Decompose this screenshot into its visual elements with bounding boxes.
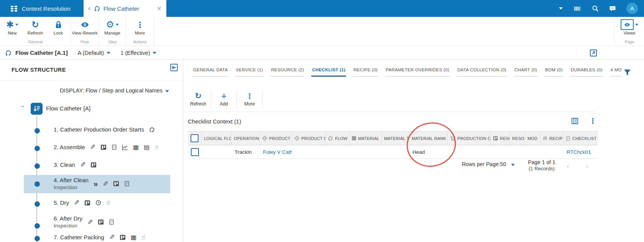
previous-page-icon[interactable]: ‹ [567, 161, 569, 170]
revision-selector[interactable]: 1 (Effective) [120, 50, 150, 56]
tab-service[interactable]: SERVICE (1) [235, 62, 264, 77]
collapse-panel-icon[interactable] [170, 64, 178, 71]
col-model[interactable]: MOD [525, 132, 540, 145]
views-button[interactable]: Views [616, 17, 643, 36]
tab-checklist[interactable]: CHECKLIST (1) [311, 62, 346, 77]
resource-icon[interactable] [120, 234, 126, 240]
rows-per-page-selector[interactable]: Rows per Page:50 [462, 161, 515, 167]
edit-pencil-icon[interactable]: ✎ [103, 181, 108, 187]
display-mode-selector[interactable]: DISPLAY: Flow / Step and Logical Names [0, 87, 169, 94]
version-caret-icon[interactable] [107, 52, 110, 54]
topbar-dropdown-caret[interactable] [559, 7, 563, 10]
grid-add-button[interactable]: + Add [214, 91, 234, 107]
step-node-dot [34, 236, 40, 241]
col-resource[interactable]: RESO [491, 132, 510, 145]
apps-grid-icon[interactable] [11, 5, 17, 12]
breadcrumb: Flow Catheter [A.1] A (Default) 1 (Effec… [0, 46, 644, 60]
edit-pencil-icon[interactable]: ✎ [80, 161, 85, 168]
tab-resource[interactable]: RESOURCE (2) [270, 62, 305, 77]
flow-step-3[interactable]: 3. Clean ✎ [54, 161, 97, 168]
flow-step-1[interactable]: 1. Catheter Production Order Starts [54, 126, 155, 133]
edit-pencil-icon[interactable]: ✎ [74, 199, 79, 206]
tab-parameter-overrides[interactable]: PARAMETER OVERRIDES (0) [385, 62, 450, 77]
col-material-rank[interactable]: MATERIAL RANK [409, 132, 448, 145]
version-selector[interactable]: A (Default) [78, 50, 104, 56]
checklist-icon[interactable] [112, 144, 117, 150]
tab-general-data[interactable]: GENERAL DATA [192, 62, 228, 77]
flow-step-5[interactable]: 5. Dry ✎ ☝ [54, 199, 110, 206]
table-row[interactable]: TrackIn Foley V Cathe Head RTChck01 [188, 145, 598, 159]
col-recipe[interactable]: RECIP [540, 132, 564, 145]
grid-more-button[interactable]: ⋮ More [239, 91, 260, 107]
cell-checklist-link[interactable]: RTChck01 [567, 149, 591, 155]
flow-step-4-selected[interactable]: 4. After Clean Inspection » ✎ [54, 176, 130, 191]
col-product-group[interactable]: PRODUCT GRO [292, 132, 326, 145]
rework-icon[interactable] [149, 127, 155, 133]
view-rework-button[interactable]: View Rework [72, 17, 98, 36]
checklist-icon[interactable] [109, 219, 114, 225]
touch-icon[interactable]: ☝ [141, 234, 145, 240]
edit-pencil-icon[interactable]: ✎ [90, 144, 95, 150]
flow-step-6[interactable]: 6. After Dry Inspection ✎ [54, 215, 114, 229]
edit-pencil-icon[interactable]: ✎ [87, 219, 93, 226]
col-product[interactable]: PRODUCT [260, 132, 292, 145]
search-icon[interactable] [592, 5, 599, 12]
col-material-type[interactable]: MATERIAL TYP [382, 132, 409, 145]
refresh-button[interactable]: ↻ Refresh [24, 17, 47, 36]
revision-caret-icon[interactable] [153, 52, 156, 54]
tab-bom[interactable]: BOM (0) [544, 62, 564, 77]
user-avatar[interactable]: A [626, 3, 638, 14]
document-tab-flow-catheter[interactable]: ‹ Flow Catheter ✕ [84, 0, 166, 17]
col-logical-flow[interactable]: LOGICAL FLOW [202, 132, 232, 145]
tab-data-collection[interactable]: DATA COLLECTION (0) [457, 62, 507, 77]
resource-icon[interactable] [100, 144, 107, 150]
flow-root-label[interactable]: Flow Catheter [A] [46, 105, 90, 112]
col-material[interactable]: MATERIAL [350, 132, 382, 145]
table-grid-icon[interactable]: ▦ [131, 234, 136, 240]
col-operation[interactable]: OPERATION [232, 132, 260, 145]
touch-icon[interactable]: ☝ [154, 144, 158, 150]
touch-icon[interactable]: ☝ [106, 200, 110, 206]
col-production-order[interactable]: PRODUCTION ORD [448, 132, 491, 145]
document-icon[interactable]: ▤ [144, 144, 150, 150]
barcode-scan-icon[interactable] [573, 5, 582, 12]
data-collection-chart-icon[interactable] [122, 144, 128, 150]
next-page-icon[interactable]: › [586, 161, 588, 170]
column-options-icon[interactable] [571, 117, 578, 125]
tree-collapse-chevron-icon[interactable]: ˇ [21, 105, 24, 112]
col-flow[interactable]: FLOW [326, 132, 350, 145]
edit-pencil-icon[interactable]: ✎ [109, 234, 115, 240]
filter-funnel-icon[interactable] [624, 69, 631, 76]
tab-recipe[interactable]: RECIPE (0) [353, 62, 378, 77]
expand-panel-icon[interactable] [590, 49, 597, 57]
tab-back-icon[interactable]: ‹ [88, 5, 90, 12]
col-resource-2[interactable]: RESO [510, 132, 525, 145]
resource-icon[interactable] [84, 200, 90, 206]
clock-icon[interactable] [95, 200, 101, 206]
lock-button[interactable]: Lock [47, 17, 70, 36]
flow-step-7[interactable]: 7. Catheter Packing ✎ ▦ ☝ [54, 234, 145, 240]
checklist-icon[interactable] [124, 181, 130, 187]
go-to-step-icon[interactable]: » [94, 180, 98, 188]
tab-chart[interactable]: CHART (0) [514, 62, 538, 77]
tab-more[interactable]: 4 MORE [610, 62, 622, 77]
flow-root-icon[interactable] [31, 103, 43, 115]
select-all-checkbox[interactable] [191, 134, 199, 142]
grid-menu-dots-icon[interactable]: ⋮ [589, 117, 596, 125]
resource-icon[interactable] [98, 219, 104, 225]
resource-icon[interactable] [113, 181, 119, 187]
col-checklist[interactable]: CHECKLIST [564, 132, 598, 145]
new-button[interactable]: ✱ New [1, 17, 24, 36]
tab-close-icon[interactable]: ✕ [157, 5, 162, 12]
resource-icon[interactable] [90, 162, 97, 168]
table-grid-icon[interactable]: ▦ [133, 144, 139, 150]
row-checkbox[interactable] [191, 148, 199, 156]
cell-product-link[interactable]: Foley V Cathe [263, 149, 292, 155]
tab-durables[interactable]: DURABLES (0) [570, 62, 603, 77]
more-button[interactable]: ⋮ More [127, 17, 153, 36]
manage-button[interactable]: ⚙ Manage [100, 17, 125, 36]
grid-refresh-button[interactable]: ↻ Refresh [188, 91, 209, 107]
flow-step-2[interactable]: 2. Assemble ✎ ▦ ▤ ☝ [54, 144, 158, 150]
messages-icon[interactable] [609, 5, 616, 12]
refresh-icon: ↻ [195, 91, 202, 100]
